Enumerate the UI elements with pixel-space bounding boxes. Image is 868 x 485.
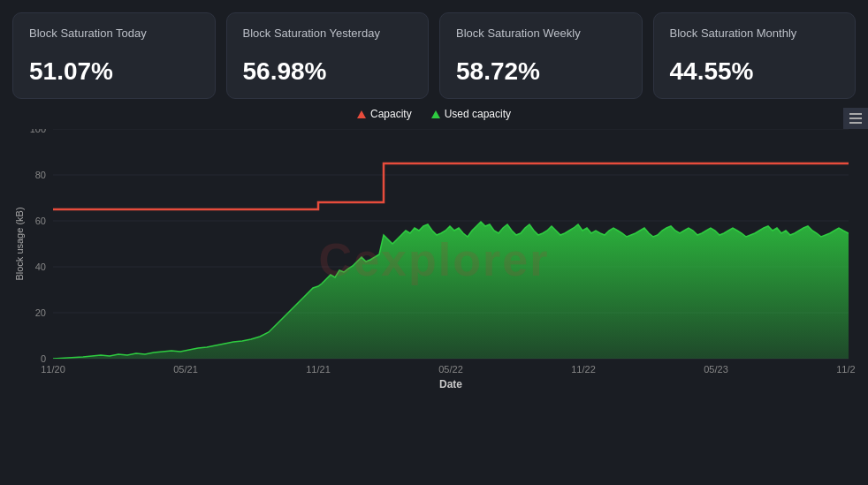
svg-text:60: 60 — [35, 216, 46, 226]
card-monthly: Block Saturation Monthly 44.55% — [653, 12, 857, 99]
svg-text:05/22: 05/22 — [438, 364, 463, 375]
svg-text:0: 0 — [41, 353, 46, 364]
svg-text:11/22: 11/22 — [571, 364, 596, 375]
svg-text:05/21: 05/21 — [173, 364, 198, 375]
capacity-icon — [357, 110, 366, 118]
legend-capacity: Capacity — [357, 108, 412, 120]
card-today: Block Saturation Today 51.07% — [12, 12, 216, 99]
svg-marker-22 — [53, 222, 849, 359]
chart-svg: 100 80 60 40 20 0 Block usage (kB) 11/20… — [12, 129, 856, 390]
svg-text:11/20: 11/20 — [41, 364, 65, 375]
chart-container: Cexplorer 100 80 60 40 20 — [12, 129, 856, 390]
svg-text:40: 40 — [35, 261, 46, 272]
chart-legend: Capacity Used capacity — [357, 108, 511, 120]
card-yesterday-title: Block Saturation Yesterday — [243, 26, 413, 42]
legend-used-capacity: Used capacity — [431, 108, 511, 120]
card-weekly-title: Block Saturation Weekly — [456, 26, 626, 42]
card-today-value: 51.07% — [29, 57, 199, 86]
chart-area: Capacity Used capacity Cexplorer — [0, 108, 868, 393]
capacity-label: Capacity — [370, 108, 412, 120]
svg-text:20: 20 — [35, 307, 46, 318]
card-yesterday: Block Saturation Yesterday 56.98% — [226, 12, 430, 99]
top-cards-row: Block Saturation Today 51.07% Block Satu… — [0, 0, 868, 108]
chart-menu-button[interactable] — [843, 108, 868, 129]
svg-text:11/23: 11/23 — [836, 364, 856, 375]
svg-text:Block usage (kB): Block usage (kB) — [14, 208, 25, 281]
svg-text:05/23: 05/23 — [704, 364, 728, 375]
svg-text:Date: Date — [439, 378, 462, 390]
card-monthly-title: Block Saturation Monthly — [670, 26, 840, 42]
card-monthly-value: 44.55% — [670, 57, 840, 86]
card-weekly: Block Saturation Weekly 58.72% — [439, 12, 643, 99]
card-yesterday-value: 56.98% — [243, 57, 413, 86]
used-capacity-label: Used capacity — [445, 108, 511, 120]
svg-text:100: 100 — [30, 129, 46, 134]
card-today-title: Block Saturation Today — [29, 26, 199, 42]
used-capacity-icon — [431, 110, 440, 118]
svg-text:11/21: 11/21 — [306, 364, 331, 375]
svg-text:80: 80 — [35, 170, 46, 180]
card-weekly-value: 58.72% — [456, 57, 626, 86]
